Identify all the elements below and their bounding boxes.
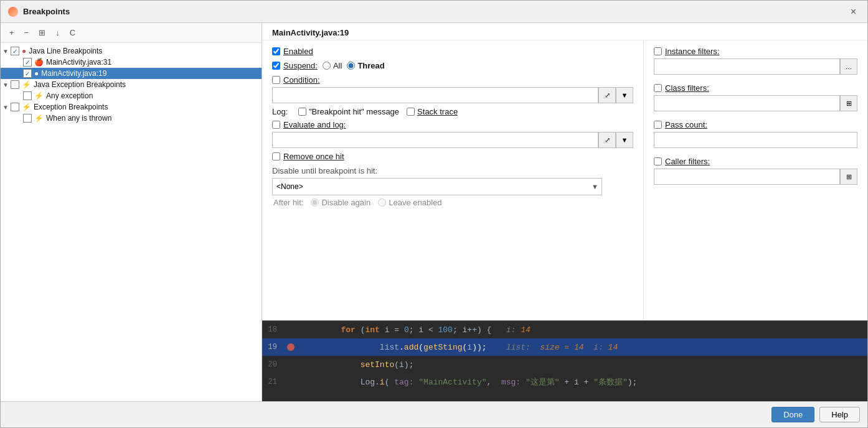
tree-item-java-exception[interactable]: ▼ ⚡ Java Exception Breakpoints — [1, 79, 262, 90]
suspend-text: Suspend: — [283, 61, 318, 70]
stack-trace-checkbox[interactable] — [407, 108, 415, 116]
checkbox-exception-bp[interactable] — [11, 103, 19, 111]
evaluate-label[interactable]: Evaluate and log: — [272, 120, 633, 129]
evaluate-row: Evaluate and log: ⤢ ▼ — [272, 120, 633, 148]
breakpoint-hit-checkbox[interactable] — [298, 108, 306, 116]
leave-enabled-radio[interactable] — [378, 198, 386, 207]
lightning-icon-1: ⚡ — [22, 80, 31, 89]
checkbox-mainactivity-19[interactable]: ✓ — [23, 69, 32, 78]
expand-condition-btn[interactable]: ⤢ — [598, 87, 616, 103]
all-radio-label[interactable]: All — [323, 61, 342, 70]
checkbox-mainactivity-31[interactable]: ✓ — [23, 58, 32, 67]
disable-row: Disable until breakpoint is hit: <None> … — [272, 166, 633, 195]
code-content-20: setInto(i); — [297, 360, 867, 370]
suspend-label[interactable]: Suspend: — [272, 61, 318, 70]
remove-once-checkbox[interactable] — [272, 152, 280, 160]
all-text: All — [333, 61, 342, 70]
tree-item-java-line[interactable]: ▼ ✓ ● Java Line Breakpoints — [1, 45, 262, 57]
tree-item-exception-bp[interactable]: ▼ ⚡ Exception Breakpoints — [1, 101, 262, 113]
breakpoint-hit-label[interactable]: "Breakpoint hit" message — [298, 107, 399, 116]
code-line-18: 18 for (int i = 0; i < 100; i++) { i: 14 — [262, 321, 867, 338]
tree-label-java-exception: Java Exception Breakpoints — [34, 80, 126, 89]
checkbox-any-exception[interactable] — [23, 91, 32, 100]
expand-evaluate-btn[interactable]: ⤢ — [598, 132, 616, 148]
stack-trace-label[interactable]: Stack trace — [407, 107, 458, 116]
condition-checkbox[interactable] — [272, 76, 280, 84]
instance-filter-checkbox[interactable] — [654, 47, 662, 55]
code-content-19: list.add(getSting(i)); list: size = 14 i… — [297, 343, 867, 352]
condition-input[interactable] — [272, 87, 598, 103]
disable-again-label[interactable]: Disable again — [311, 198, 370, 207]
group-button[interactable]: ⊞ — [35, 26, 49, 40]
lightning-icon-4: ⚡ — [34, 114, 44, 123]
caller-filter-input[interactable] — [654, 169, 840, 185]
disable-select[interactable]: <None> — [272, 178, 602, 195]
leave-enabled-text: Leave enabled — [389, 198, 441, 207]
tree-item-mainactivity-19[interactable]: ✓ ● MainActivity.java:19 — [1, 68, 262, 79]
tree-label-when-any: When any is thrown — [46, 114, 111, 123]
instance-filter-label: Instance filters: — [654, 47, 857, 56]
class-filter-browse-btn[interactable]: ⊞ — [840, 95, 857, 111]
dropdown-condition-btn[interactable]: ▼ — [616, 87, 633, 103]
condition-input-wrap: ⤢ ▼ — [272, 87, 633, 103]
disable-label: Disable until breakpoint is hit: — [272, 166, 633, 175]
checkbox-java-exception[interactable] — [11, 80, 19, 89]
remove-button[interactable]: − — [21, 26, 33, 40]
class-filter-input[interactable] — [654, 95, 840, 111]
line-num-20: 20 — [262, 360, 285, 369]
log-row: Log: "Breakpoint hit" message Stack trac… — [272, 107, 633, 116]
help-button[interactable]: Help — [819, 407, 860, 422]
dropdown-evaluate-btn[interactable]: ▼ — [616, 132, 633, 148]
pass-count-input-wrap — [654, 132, 857, 148]
filter-button[interactable]: C — [66, 26, 79, 40]
remove-once-label[interactable]: Remove once hit — [272, 152, 344, 161]
condition-input-actions: ⤢ ▼ — [598, 87, 633, 103]
enabled-label[interactable]: Enabled — [272, 47, 313, 56]
code-line-21: 21 Log.i( tag: "MainActivity", msg: "这是第… — [262, 373, 867, 391]
tree-item-mainactivity-31[interactable]: ✓ 🍎 MainActivity.java:31 — [1, 57, 262, 68]
thread-radio[interactable] — [347, 62, 355, 70]
thread-radio-label[interactable]: Thread — [347, 61, 384, 70]
class-filter-checkbox[interactable] — [654, 84, 662, 92]
after-hit-row: After hit: Disable again Leave enabled — [272, 198, 633, 207]
condition-label[interactable]: Condition: — [272, 75, 633, 85]
checkbox-java-line[interactable]: ✓ — [11, 47, 19, 55]
breakpoint-title: MainActivity.java:19 — [262, 23, 867, 40]
close-button[interactable]: × — [847, 5, 860, 19]
enabled-checkbox[interactable] — [272, 47, 280, 55]
caller-filter-checkbox[interactable] — [654, 157, 662, 165]
caller-filter-input-wrap: ⊞ — [654, 169, 857, 185]
suspend-checkbox[interactable] — [272, 62, 280, 70]
breakpoint-dot-19 — [287, 343, 295, 351]
remove-once-row: Remove once hit — [272, 152, 633, 161]
thread-text: Thread — [357, 61, 384, 70]
lightning-icon-3: ⚡ — [22, 103, 31, 111]
caller-filter-browse-btn[interactable]: ⊞ — [840, 169, 857, 185]
disable-select-wrapper: <None> ▼ — [272, 178, 602, 195]
export-button[interactable]: ↓ — [52, 26, 64, 40]
done-button[interactable]: Done — [771, 407, 814, 422]
disable-again-text: Disable again — [321, 198, 370, 207]
evaluate-input[interactable] — [272, 132, 598, 148]
pass-count-section: Pass count: — [654, 120, 857, 148]
window-title: Breakpoints — [23, 7, 70, 16]
pass-count-checkbox[interactable] — [654, 121, 662, 129]
instance-filter-input[interactable] — [654, 58, 840, 75]
pass-count-input[interactable] — [654, 132, 857, 148]
checkbox-when-any[interactable] — [23, 114, 32, 123]
expand-arrow-java-line: ▼ — [1, 48, 11, 55]
add-button[interactable]: + — [6, 26, 18, 40]
disable-again-radio[interactable] — [311, 198, 319, 207]
evaluate-checkbox[interactable] — [272, 121, 280, 129]
instance-filter-browse-btn[interactable]: … — [840, 58, 857, 75]
pass-count-label: Pass count: — [654, 120, 857, 129]
all-radio[interactable] — [323, 62, 331, 70]
tree-label-exception-bp: Exception Breakpoints — [34, 103, 108, 111]
left-panel: + − ⊞ ↓ C ▼ ✓ ● Java Line Breakpoints — [1, 23, 262, 401]
tree-item-when-any[interactable]: ⚡ When any is thrown — [1, 113, 262, 124]
instance-filters-section: Instance filters: … — [654, 47, 857, 75]
line-num-18: 18 — [262, 325, 285, 334]
class-filter-text: Class filters: — [665, 83, 709, 93]
leave-enabled-label[interactable]: Leave enabled — [378, 198, 441, 207]
tree-item-any-exception[interactable]: ⚡ Any exception — [1, 90, 262, 101]
